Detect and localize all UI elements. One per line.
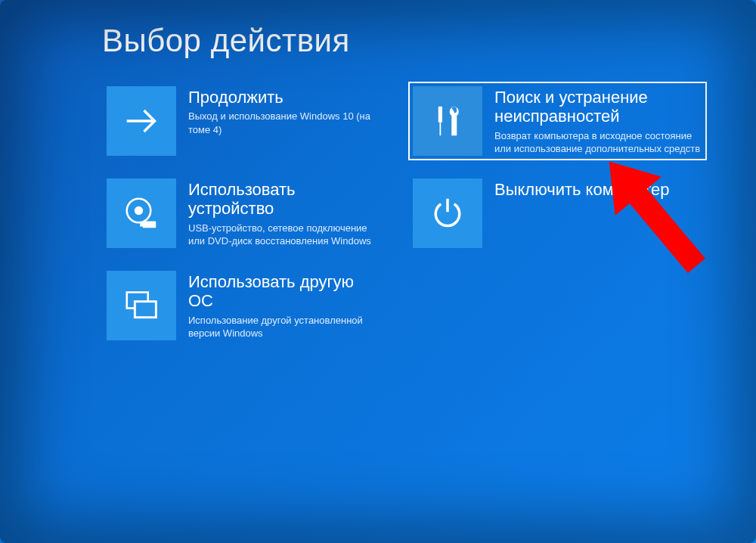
tile-turn-off[interactable]: Выключить компьютер bbox=[408, 174, 707, 253]
tile-use-other-os[interactable]: Использовать другую ОС Использование дру… bbox=[102, 266, 386, 345]
page-title: Выбор действия bbox=[102, 23, 658, 59]
tile-desc: USB-устройство, сетевое подключение или … bbox=[188, 222, 381, 248]
tile-continue[interactable]: Продолжить Выход и использование Windows… bbox=[102, 82, 386, 160]
svg-rect-6 bbox=[140, 222, 144, 226]
svg-rect-9 bbox=[135, 302, 156, 318]
tile-desc: Выход и использование Windows 10 (на том… bbox=[188, 110, 381, 136]
arrow-right-icon bbox=[107, 86, 176, 156]
tile-use-device-text: Использовать устройство USB-устройство, … bbox=[188, 178, 381, 248]
svg-rect-1 bbox=[438, 107, 442, 123]
tile-turn-off-text: Выключить компьютер bbox=[494, 178, 702, 202]
svg-rect-5 bbox=[143, 222, 156, 228]
tile-use-other-os-text: Использовать другую ОС Использование дру… bbox=[188, 271, 381, 340]
tile-title: Продолжить bbox=[188, 88, 381, 107]
tile-use-device[interactable]: Использовать устройство USB-устройство, … bbox=[102, 174, 386, 253]
disc-usb-icon bbox=[107, 178, 176, 248]
power-icon bbox=[413, 178, 482, 248]
windows-stack-icon bbox=[107, 271, 176, 340]
tile-title: Поиск и устранение неисправностей bbox=[494, 88, 702, 126]
svg-rect-2 bbox=[440, 123, 442, 136]
tools-icon bbox=[413, 86, 482, 156]
tile-title: Использовать устройство bbox=[188, 180, 381, 219]
tile-continue-text: Продолжить Выход и использование Windows… bbox=[188, 86, 381, 136]
svg-point-4 bbox=[135, 207, 142, 214]
tile-title: Использовать другую ОС bbox=[188, 272, 381, 311]
tiles-grid: Продолжить Выход и использование Windows… bbox=[102, 82, 658, 345]
tile-troubleshoot-text: Поиск и устранение неисправностей Возвра… bbox=[494, 86, 702, 156]
tile-title: Выключить компьютер bbox=[494, 180, 702, 199]
tile-desc: Возврат компьютера в исходное состояние … bbox=[494, 129, 702, 156]
tile-troubleshoot[interactable]: Поиск и устранение неисправностей Возвра… bbox=[408, 82, 707, 160]
tile-desc: Использование другой установленной верси… bbox=[188, 314, 381, 340]
